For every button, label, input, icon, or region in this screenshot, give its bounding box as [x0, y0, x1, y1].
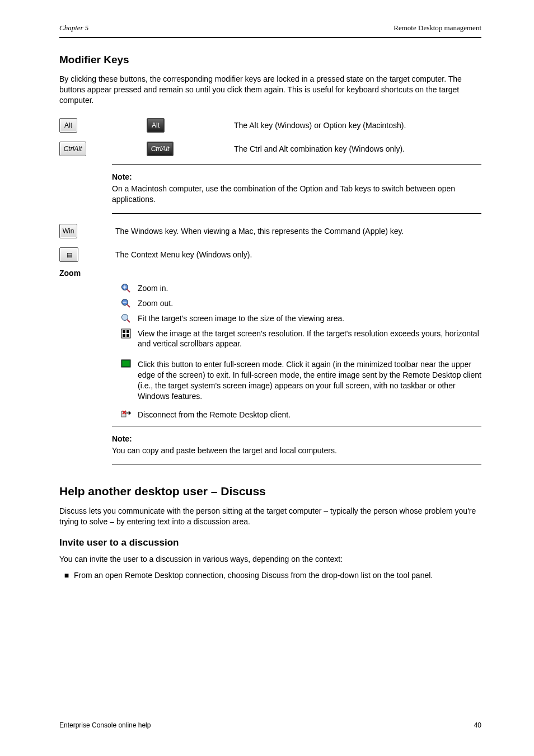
disconnect-icon[interactable] — [121, 410, 131, 420]
disconnect-desc: Disconnect from the Remote Desktop clien… — [138, 410, 481, 420]
svg-rect-12 — [123, 334, 125, 337]
menu-key-desc: The Context Menu key (Windows only). — [115, 250, 252, 260]
note-text-2: You can copy and paste between the targe… — [112, 446, 337, 455]
mac-switch-note: Note: On a Macintosh computer, use the c… — [112, 172, 481, 205]
discuss-heading: Help another desktop user – Discuss — [59, 485, 481, 498]
zoom-out-desc: Zoom out. — [138, 298, 481, 309]
footer-left: Enterprise Console online help — [59, 721, 151, 729]
invite-bullet-1: ■ From an open Remote Desktop connection… — [59, 570, 481, 581]
win-key-desc: The Windows key. When viewing a Mac, thi… — [115, 226, 404, 236]
svg-line-1 — [127, 289, 130, 292]
footer-right: 40 — [474, 721, 481, 729]
note-rule-top-2 — [112, 426, 481, 426]
discuss-intro: Discuss lets you communicate with the pe… — [59, 506, 481, 527]
svg-line-5 — [127, 304, 130, 307]
note-label-2: Note: — [112, 434, 481, 443]
svg-rect-11 — [127, 330, 129, 333]
fullscreen-icon[interactable] — [121, 359, 131, 369]
note-rule-top-1 — [112, 164, 481, 165]
alt-key-desc: The Alt key (Windows) or Option key (Mac… — [234, 120, 406, 130]
zoom-in-desc: Zoom in. — [138, 283, 481, 294]
zoom-heading: Zoom — [59, 269, 481, 278]
fullscreen-desc: Click this button to enter full-screen m… — [138, 359, 481, 402]
alt-key-selected-icon[interactable]: Alt — [147, 118, 165, 133]
modifier-row-alt: Alt Alt The Alt key (Windows) or Option … — [59, 116, 481, 135]
disconnect-row: Disconnect from the Remote Desktop clien… — [59, 410, 481, 420]
ctrlalt-key-desc: The Ctrl and Alt combination key (Window… — [234, 144, 405, 154]
note-label-1: Note: — [112, 172, 481, 181]
ctrlalt-key-selected-icon[interactable]: CtrlAlt — [147, 142, 174, 156]
svg-rect-10 — [123, 330, 125, 333]
zoom-in-row: Zoom in. — [59, 283, 481, 294]
header-chapter-ref: Chapter 5 — [59, 24, 88, 32]
win-key-icon[interactable]: Win — [59, 224, 77, 238]
invite-lead: You can invite the user to a discussion … — [59, 554, 481, 565]
ctrlalt-key-icon[interactable]: CtrlAlt — [59, 142, 86, 156]
modifier-row-menu: ▤ The Context Menu key (Windows only). — [59, 245, 481, 264]
svg-rect-13 — [127, 334, 129, 337]
fullscreen-row: Click this button to enter full-screen m… — [59, 359, 481, 402]
header-rule — [59, 37, 481, 38]
note-text-1: On a Macintosh computer, use the combina… — [112, 184, 455, 204]
modifier-keys-intro: By clicking these buttons, the correspon… — [59, 74, 481, 106]
clipboard-note: Note: You can copy and paste between the… — [112, 434, 481, 457]
svg-rect-15 — [123, 361, 129, 366]
note-rule-bottom-2 — [112, 464, 481, 464]
zoom-in-icon[interactable] — [121, 283, 131, 293]
svg-line-8 — [127, 320, 130, 322]
menu-key-icon[interactable]: ▤ — [59, 247, 78, 262]
page-header: Chapter 5 Remote Desktop management — [59, 24, 481, 37]
header-chapter-title: Remote Desktop management — [394, 24, 481, 32]
bullet-icon: ■ — [59, 570, 74, 581]
zoom-100-row: View the image at the target screen's re… — [59, 328, 481, 350]
modifier-keys-heading: Modifier Keys — [59, 54, 481, 66]
note-rule-bottom-1 — [112, 213, 481, 214]
alt-key-icon[interactable]: Alt — [59, 118, 77, 133]
zoom-fit-row: Fit the target's screen image to the siz… — [59, 313, 481, 324]
invite-bullet-1-text: From an open Remote Desktop connection, … — [74, 570, 433, 581]
zoom-100-icon[interactable] — [121, 328, 131, 339]
zoom-out-row: Zoom out. — [59, 298, 481, 309]
zoom-100-desc: View the image at the target screen's re… — [138, 328, 481, 350]
page-footer: Enterprise Console online help 40 — [59, 721, 481, 729]
zoom-fit-icon[interactable] — [121, 313, 131, 323]
modifier-row-win: Win The Windows key. When viewing a Mac,… — [59, 222, 481, 241]
invite-heading: Invite user to a discussion — [59, 537, 481, 548]
zoom-fit-desc: Fit the target's screen image to the siz… — [138, 313, 481, 324]
zoom-out-icon[interactable] — [121, 298, 131, 308]
modifier-row-ctrlalt: CtrlAlt CtrlAlt The Ctrl and Alt combina… — [59, 139, 481, 158]
svg-point-7 — [122, 314, 128, 320]
